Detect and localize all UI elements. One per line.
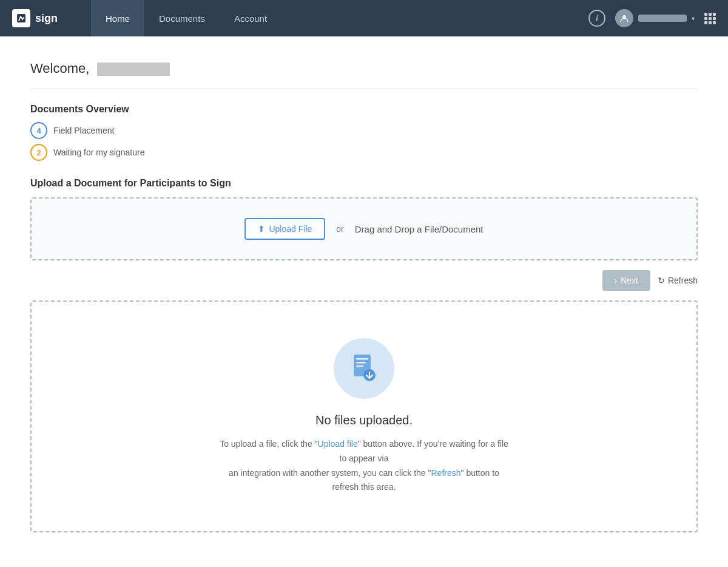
chevron-down-icon: ▾: [692, 15, 695, 22]
next-button[interactable]: › Next: [602, 270, 650, 291]
empty-icon-circle: [334, 338, 394, 399]
field-placement-badge: 4: [30, 122, 47, 139]
logo[interactable]: sign: [12, 9, 85, 27]
stat-field-placement: 4 Field Placement: [30, 122, 698, 139]
main-content: Welcome, Documents Overview 4 Field Plac…: [0, 36, 728, 567]
chevron-right-icon: ›: [615, 276, 618, 285]
stat-waiting-signature: 2 Waiting for my signature: [30, 144, 698, 161]
info-icon[interactable]: i: [588, 10, 605, 27]
nav-home[interactable]: Home: [91, 0, 144, 36]
docs-overview: Documents Overview 4 Field Placement 2 W…: [30, 104, 698, 161]
action-row: › Next ↻ Refresh: [30, 270, 698, 291]
user-full-name: [97, 63, 170, 76]
docs-overview-title: Documents Overview: [30, 104, 698, 115]
welcome-section: Welcome,: [30, 61, 698, 76]
avatar: [615, 9, 633, 27]
upload-file-button[interactable]: ⬆ Upload File: [244, 218, 325, 240]
upload-link-text: Upload file: [318, 439, 358, 449]
grid-icon[interactable]: [704, 13, 716, 24]
refresh-button[interactable]: ↻ Refresh: [658, 276, 698, 285]
upload-icon: ⬆: [258, 224, 265, 234]
upload-or-text: or: [336, 224, 343, 234]
svg-rect-3: [356, 358, 368, 360]
upload-section-title: Upload a Document for Participants to Si…: [30, 178, 698, 189]
empty-desc: To upload a file, click the "Upload file…: [218, 437, 510, 495]
upload-section: Upload a Document for Participants to Si…: [30, 178, 698, 260]
empty-state-box: No files uploaded. To upload a file, cli…: [30, 300, 698, 532]
svg-rect-5: [356, 365, 363, 367]
svg-rect-4: [356, 362, 366, 364]
logo-text: sign: [35, 12, 58, 25]
user-name-blur: [638, 15, 687, 22]
upload-drag-text: Drag and Drop a File/Document: [355, 224, 484, 234]
empty-title: No files uploaded.: [315, 413, 413, 427]
waiting-signature-badge: 2: [30, 144, 47, 161]
waiting-signature-label: Waiting for my signature: [53, 148, 144, 157]
nav-links: Home Documents Account: [91, 0, 281, 36]
refresh-link-text: Refresh: [431, 468, 460, 478]
divider: [30, 89, 698, 89]
upload-dropzone[interactable]: ⬆ Upload File or Drag and Drop a File/Do…: [30, 197, 698, 260]
refresh-icon: ↻: [658, 276, 665, 285]
welcome-title: Welcome,: [30, 61, 698, 76]
nav-account[interactable]: Account: [220, 0, 281, 36]
user-menu[interactable]: ▾: [615, 9, 695, 27]
nav-documents[interactable]: Documents: [144, 0, 220, 36]
logo-icon: [12, 9, 30, 27]
navbar: sign Home Documents Account i ▾: [0, 0, 728, 36]
field-placement-label: Field Placement: [53, 126, 114, 135]
nav-right: i ▾: [588, 9, 716, 27]
